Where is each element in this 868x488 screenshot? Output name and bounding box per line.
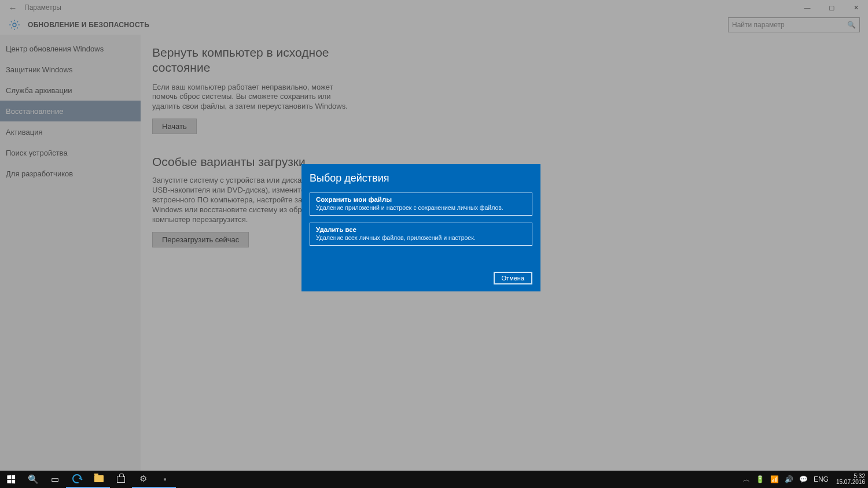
taskbar-settings[interactable]: ⚙ (132, 471, 154, 488)
taskbar-edge[interactable] (66, 471, 88, 488)
taskbar-search-icon[interactable]: 🔍 (22, 471, 44, 488)
taskbar-app[interactable]: ▪ (154, 471, 176, 488)
tray-notifications-icon[interactable]: 💬 (796, 471, 811, 488)
choose-action-dialog: Выбор действия Сохранить мои файлы Удале… (301, 164, 540, 291)
option-keep-files-title: Сохранить мои файлы (316, 196, 526, 204)
option-remove-everything-title: Удалить все (316, 226, 526, 234)
tray-clock[interactable]: 5:32 15.07.2016 (832, 474, 868, 486)
tray-date: 15.07.2016 (836, 479, 865, 486)
tray-battery-icon[interactable]: 🔋 (753, 471, 767, 488)
option-keep-files-desc: Удаление приложений и настроек с сохране… (316, 204, 526, 212)
option-keep-files[interactable]: Сохранить мои файлы Удаление приложений … (310, 193, 532, 216)
tray-chevron-icon[interactable]: ︿ (740, 471, 753, 488)
taskbar-store[interactable] (110, 471, 132, 488)
task-view-icon[interactable]: ▭ (44, 471, 66, 488)
cancel-button[interactable]: Отмена (494, 272, 532, 284)
start-button[interactable] (0, 471, 22, 488)
option-remove-everything[interactable]: Удалить все Удаление всех личных файлов,… (310, 223, 532, 246)
option-remove-everything-desc: Удаление всех личных файлов, приложений … (316, 234, 526, 242)
tray-language[interactable]: ENG (811, 471, 832, 488)
dialog-title: Выбор действия (310, 172, 532, 184)
tray-volume-icon[interactable]: 🔊 (782, 471, 796, 488)
taskbar-explorer[interactable] (88, 471, 110, 488)
taskbar: 🔍 ▭ ⚙ ▪ ︿ 🔋 📶 🔊 💬 ENG 5:32 15.07.2016 (0, 471, 868, 488)
tray-wifi-icon[interactable]: 📶 (767, 471, 782, 488)
system-tray: ︿ 🔋 📶 🔊 💬 ENG 5:32 15.07.2016 (740, 471, 868, 488)
